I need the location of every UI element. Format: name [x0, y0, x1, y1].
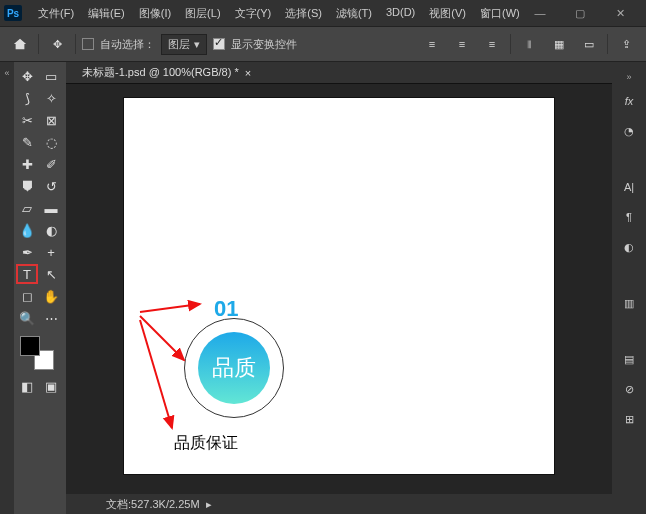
- menu-edit[interactable]: 编辑(E): [82, 2, 131, 25]
- color-swatch[interactable]: [20, 336, 60, 372]
- right-panel-strip: » fx ◔ A| ¶ ◐ ▥ ▤ ⊘ ⊞: [612, 62, 646, 514]
- move-tool[interactable]: ✥: [16, 66, 38, 86]
- auto-select-label: 自动选择：: [100, 37, 155, 52]
- fx-panel-icon[interactable]: fx: [618, 90, 640, 112]
- svg-line-2: [140, 320, 172, 428]
- document-area: 未标题-1.psd @ 100%(RGB/8) *× 01 品质 品质保证 文档…: [66, 62, 612, 514]
- share-icon[interactable]: ⇪: [614, 32, 638, 56]
- artwork-number: 01: [214, 296, 238, 322]
- canvas[interactable]: 01 品质 品质保证: [124, 98, 554, 474]
- type-tool[interactable]: T: [16, 264, 38, 284]
- arrange-icon[interactable]: ▭: [577, 32, 601, 56]
- paragraph-panel-icon[interactable]: ¶: [618, 206, 640, 228]
- transform-controls-label: 显示变换控件: [231, 37, 297, 52]
- color-panel-icon[interactable]: ◔: [618, 120, 640, 142]
- artwork-circle: 01 品质: [184, 318, 284, 418]
- pen-sub-tool[interactable]: +: [40, 242, 62, 262]
- pen-tool[interactable]: ✒: [16, 242, 38, 262]
- menu-view[interactable]: 视图(V): [423, 2, 472, 25]
- svg-line-1: [140, 316, 184, 360]
- crop-tool[interactable]: ✂: [16, 110, 38, 130]
- layers-panel-icon[interactable]: ▤: [618, 348, 640, 370]
- ellipse-marquee-tool[interactable]: ◌: [40, 132, 62, 152]
- menu-window[interactable]: 窗口(W): [474, 2, 526, 25]
- close-button[interactable]: ✕: [606, 7, 634, 20]
- app-logo: Ps: [4, 5, 22, 21]
- minimize-button[interactable]: —: [526, 7, 554, 20]
- svg-line-0: [140, 304, 200, 312]
- frame-tool[interactable]: ⊠: [40, 110, 62, 130]
- blur-tool[interactable]: 💧: [16, 220, 38, 240]
- artwork-caption: 品质保证: [174, 433, 238, 454]
- dodge-tool[interactable]: ◐: [40, 220, 62, 240]
- menu-filter[interactable]: 滤镜(T): [330, 2, 378, 25]
- options-bar: ✥ 自动选择： 图层▾ 显示变换控件 ≡ ≡ ≡ ⫴ ▦ ▭ ⇪: [0, 26, 646, 62]
- gradient-tool[interactable]: ▬: [40, 198, 62, 218]
- align-icon-3[interactable]: ≡: [480, 32, 504, 56]
- path-tool[interactable]: ↖: [40, 264, 62, 284]
- screenmode-tool[interactable]: ▣: [40, 376, 62, 396]
- transform-controls-checkbox[interactable]: [213, 38, 225, 50]
- status-bar: 文档:527.3K/2.25M ▸: [66, 494, 612, 514]
- eraser-tool[interactable]: ▱: [16, 198, 38, 218]
- auto-select-dropdown[interactable]: 图层▾: [161, 34, 207, 55]
- title-bar: Ps 文件(F) 编辑(E) 图像(I) 图层(L) 文字(Y) 选择(S) 滤…: [0, 0, 646, 26]
- distribute-icon[interactable]: ⫴: [517, 32, 541, 56]
- home-icon[interactable]: [8, 32, 32, 56]
- left-collapse[interactable]: «: [0, 62, 14, 514]
- eyedropper-tool[interactable]: ✎: [16, 132, 38, 152]
- window-controls: — ▢ ✕: [526, 7, 642, 20]
- canvas-viewport[interactable]: 01 品质 品质保证: [66, 84, 612, 494]
- swatches-panel-icon[interactable]: ▥: [618, 292, 640, 314]
- menu-select[interactable]: 选择(S): [279, 2, 328, 25]
- wand-tool[interactable]: ✧: [40, 88, 62, 108]
- marquee-tool[interactable]: ▭: [40, 66, 62, 86]
- stamp-tool[interactable]: ⛊: [16, 176, 38, 196]
- 3d-mode-icon[interactable]: ▦: [547, 32, 571, 56]
- history-brush-tool[interactable]: ↺: [40, 176, 62, 196]
- properties-panel-icon[interactable]: ⊞: [618, 408, 640, 430]
- heal-tool[interactable]: ✚: [16, 154, 38, 174]
- workspace: « ✥▭ ⟆✧ ✂⊠ ✎◌ ✚✐ ⛊↺ ▱▬ 💧◐ ✒+ T↖ ◻✋ 🔍⋯ ◧▣…: [0, 62, 646, 514]
- toolbox: ✥▭ ⟆✧ ✂⊠ ✎◌ ✚✐ ⛊↺ ▱▬ 💧◐ ✒+ T↖ ◻✋ 🔍⋯ ◧▣: [14, 62, 66, 514]
- menu-image[interactable]: 图像(I): [133, 2, 177, 25]
- adjustments-panel-icon[interactable]: ⊘: [618, 378, 640, 400]
- main-menu: 文件(F) 编辑(E) 图像(I) 图层(L) 文字(Y) 选择(S) 滤镜(T…: [32, 2, 526, 25]
- menu-file[interactable]: 文件(F): [32, 2, 80, 25]
- align-icon[interactable]: ≡: [420, 32, 444, 56]
- hand-tool[interactable]: ✋: [40, 286, 62, 306]
- lasso-tool[interactable]: ⟆: [16, 88, 38, 108]
- maximize-button[interactable]: ▢: [566, 7, 594, 20]
- align-icon-2[interactable]: ≡: [450, 32, 474, 56]
- character-panel-icon[interactable]: A|: [618, 176, 640, 198]
- menu-layer[interactable]: 图层(L): [179, 2, 226, 25]
- quickmask-tool[interactable]: ◧: [16, 376, 38, 396]
- menu-type[interactable]: 文字(Y): [229, 2, 278, 25]
- status-doc-size: 文档:527.3K/2.25M: [106, 497, 200, 512]
- artwork-badge: 品质: [198, 332, 270, 404]
- brush-panel-icon[interactable]: ◐: [618, 236, 640, 258]
- move-tool-icon[interactable]: ✥: [45, 32, 69, 56]
- shape-tool[interactable]: ◻: [16, 286, 38, 306]
- document-tab[interactable]: 未标题-1.psd @ 100%(RGB/8) *×: [66, 62, 612, 84]
- zoom-tool[interactable]: 🔍: [16, 308, 38, 328]
- more-tools[interactable]: ⋯: [40, 308, 62, 328]
- brush-tool[interactable]: ✐: [40, 154, 62, 174]
- menu-3d[interactable]: 3D(D): [380, 2, 421, 25]
- auto-select-checkbox[interactable]: [82, 38, 94, 50]
